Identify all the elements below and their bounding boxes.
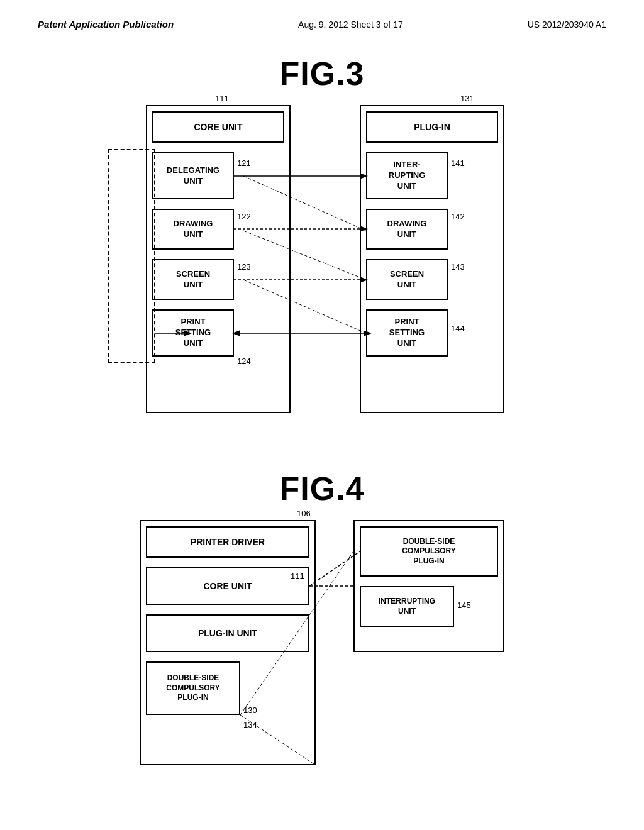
ref-131: 131 [460, 94, 474, 103]
print-setting-right-box: PRINTSETTINGUNIT [366, 309, 448, 357]
dashed-box-fig3 [108, 149, 155, 363]
screen-unit-left-box: SCREENUNIT [152, 259, 234, 300]
ref-144: 144 [451, 324, 465, 333]
ref-124: 124 [237, 357, 251, 366]
ref-145: 145 [457, 600, 471, 610]
double-side-left-box: DOUBLE-SIDECOMPULSORYPLUG-IN [146, 661, 240, 715]
fig4-ref-111: 111 [291, 572, 304, 581]
drawing-unit-left-box: DRAWINGUNIT [152, 209, 234, 250]
header-right: US 2012/203940 A1 [528, 19, 606, 30]
fig4-title: FIG.4 [38, 470, 606, 507]
header-left: Patent Application Publication [38, 19, 174, 30]
printer-driver-box: PRINTER DRIVER [146, 526, 309, 558]
ref-130: 130 [243, 706, 257, 715]
ref-121: 121 [237, 158, 251, 168]
ref-122: 122 [237, 212, 251, 221]
header-center: Aug. 9, 2012 Sheet 3 of 17 [298, 19, 403, 30]
ref-134: 134 [243, 720, 257, 729]
interrupting-unit-box: INTER-RUPTINGUNIT [366, 152, 448, 199]
fig4-diagram: 106 PRINTER DRIVER CORE UNIT 111 PLUG-IN… [108, 520, 536, 784]
ref-143: 143 [451, 262, 465, 272]
ref-111: 111 [215, 94, 229, 103]
page: Patent Application Publication Aug. 9, 2… [0, 0, 644, 830]
ref-106: 106 [297, 509, 311, 518]
page-header: Patent Application Publication Aug. 9, 2… [38, 19, 606, 30]
plugin-box: PLUG-IN [366, 111, 498, 143]
double-side-right-box: DOUBLE-SIDECOMPULSORYPLUG-IN [360, 526, 498, 577]
plugin-unit-box: PLUG-IN UNIT [146, 614, 309, 652]
fig4-interrupting-unit-box: INTERRUPTINGUNIT [360, 586, 454, 627]
ref-142: 142 [451, 212, 465, 221]
ref-123: 123 [237, 262, 251, 272]
print-setting-left-box: PRINTSETTINGUNIT [152, 309, 234, 357]
screen-unit-right-box: SCREENUNIT [366, 259, 448, 300]
svg-line-9 [309, 551, 360, 586]
fig4-core-unit-box: CORE UNIT [146, 567, 309, 605]
fig3-diagram: CORE UNIT 111 DELEGATINGUNIT DRAWINGUNIT… [108, 105, 536, 432]
core-unit-box: CORE UNIT [152, 111, 284, 143]
drawing-unit-right-box: DRAWINGUNIT [366, 209, 448, 250]
fig3-title: FIG.3 [38, 55, 606, 92]
ref-141: 141 [451, 158, 465, 168]
delegating-unit-box: DELEGATINGUNIT [152, 152, 234, 199]
